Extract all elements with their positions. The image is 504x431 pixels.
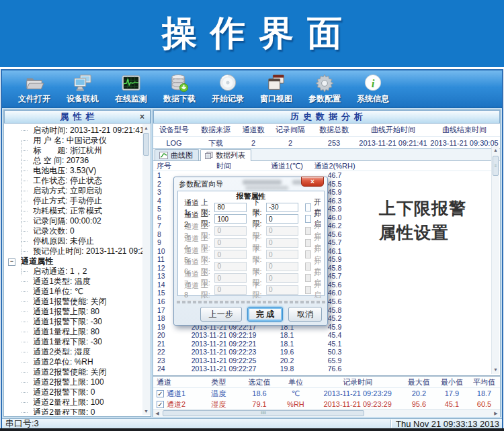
property-tree-item-label: 通道1量程上限: 80 [33,327,99,336]
enable-checkbox[interactable] [305,215,311,223]
property-tree-item: 停机原因: 未停止 [4,236,142,246]
scrollbar-thumb[interactable]: ≡ [493,156,499,176]
annotation-line2: 属性设置 [379,220,466,244]
channel1-checkbox[interactable]: ✓ [157,390,164,397]
toolbar-file-open-button[interactable]: 文件打开 [11,73,57,106]
property-tree-item-label: 通道2量程下限: 0 [33,408,95,415]
device-online-icon [73,74,93,93]
property-tree-item-label: 通道1单位: ℃ [33,287,83,296]
channel2-checkbox[interactable]: ✓ [157,401,164,408]
cell-time: 2013-11-21 09:22:19 [183,331,265,340]
table-horizontal-scrollbar[interactable]: ◀ ⦀⦀⦀ ▶ [153,409,500,417]
enable-checkbox[interactable] [305,250,311,258]
property-panel: 属性栏 × 启动时间: 2013-11-21 09:21:41 用 户 名: 中… [3,109,151,417]
upper-limit-input[interactable] [214,273,247,283]
data-table-row[interactable]: 20 2013-11-21 09:22:19 18.1 45.4 [153,331,500,340]
toolbar: 文件打开 设备联机 [2,70,502,108]
toolbar-device-online-button[interactable]: 设备联机 [60,73,106,106]
lower-limit-input[interactable] [266,262,298,271]
dialog-close-button[interactable]: × [301,177,324,187]
lower-limit-input[interactable] [266,214,298,224]
toolbar-data-download-button[interactable]: 数据下载 [157,73,202,106]
property-tree-item: 通道2量程上限: 100 [4,397,142,408]
window-bottom-edge [0,428,504,431]
cell-channel2: 50.3 [309,348,360,356]
cell-channel2: 76.6 [309,365,360,373]
enable-checkbox[interactable] [305,262,311,271]
scroll-down-icon[interactable]: ▼ [142,408,150,415]
property-panel-close-icon[interactable]: × [137,112,147,122]
upper-limit-input[interactable] [214,214,247,224]
property-tree-item-label: 通道2量程上限: 100 [33,397,103,407]
lower-limit-input[interactable] [266,203,298,212]
property-tree-item: 启动通道: 1，2 [4,267,142,277]
data-table-header: 序号 时间 通道1(℃) 通道2(%RH) [153,161,500,171]
cancel-button[interactable]: 取消 [288,307,322,322]
cell-channel2: 45.1 [309,340,360,348]
property-tree-item: 通道2报警上限: 100 [4,377,142,387]
property-tree-item: 功耗模式: 正常模式 [4,206,142,216]
scrollbar-thumb[interactable] [143,133,149,156]
lower-limit-input[interactable] [266,226,298,236]
data-table-row[interactable]: 21 2013-11-21 09:22:21 18.1 45.1 [153,340,500,348]
upper-limit-input[interactable] [214,203,247,212]
summary-row-channel2[interactable]: ✓通道2 湿度 79.1 %RH 2013-11-21 09:23:29 95.… [153,399,500,410]
lower-limit-input[interactable] [266,273,298,283]
toolbar-settings-button[interactable]: 参数配置 [302,73,347,106]
info-header: 设备型号 [153,124,195,136]
enable-checkbox[interactable] [305,274,311,282]
upper-limit-input[interactable] [214,262,247,271]
upper-limit-label: 上限: [201,280,215,300]
property-tree-item: 启动方式: 立即启动 [4,186,142,196]
info-value: 2013-11-21 09:21:41 [358,136,429,148]
scroll-left-icon[interactable]: ◀ [153,410,161,417]
data-table-row[interactable]: 22 2013-11-21 09:22:23 19.6 50.3 [153,348,500,356]
summary-col-avg: 平均值 [468,377,500,387]
enable-checkbox[interactable] [305,203,311,211]
toolbar-start-record-button[interactable]: 开始记录 [205,73,251,106]
status-divider [390,420,392,428]
upper-limit-input[interactable] [214,285,247,295]
property-tree-item-label: 工作状态: 停止状态 [33,176,102,185]
col-header-time: 时间 [183,161,265,171]
upper-limit-input[interactable] [214,226,247,236]
scroll-down-icon[interactable]: ▼ [492,366,499,374]
property-tree: 启动时间: 2013-11-21 09:21:41 用 户 名: 中国记录仪 标… [4,124,142,415]
toolbar-system-info-button[interactable]: i 系统信息 [350,73,396,106]
enable-checkbox[interactable] [305,239,311,247]
toolbar-window-view-button[interactable]: 窗口视图 [253,73,299,106]
summary-col-max: 最大值 [403,377,435,387]
svg-text:i: i [372,77,375,90]
scrollbar-thumb[interactable]: ⦀⦀⦀ [163,410,364,416]
channel-label: 通道8 [184,281,201,299]
upper-limit-input[interactable] [214,250,247,259]
data-table-row[interactable]: 24 2013-11-21 09:22:27 19.8 76.6 [153,365,500,373]
property-panel-scrollbar[interactable]: ▲ ▼ [142,124,150,415]
online-monitor-icon [121,74,141,93]
property-tree-item-label: 标 题: 浙江杭州 [33,146,102,155]
property-tree-item: 预记停止时间: 2013-11-21 09:21:41 [4,246,142,256]
finish-button[interactable]: 完 成 [247,307,283,322]
tab-curve-chart[interactable]: 曲线图 [155,149,199,160]
scroll-right-icon[interactable]: ▶ [492,410,500,417]
settings-gear-icon [314,74,335,93]
parameter-wizard-dialog: 参数配置向导 × 报警属性 通道1 上限: 下限: 开启 [173,177,328,326]
enable-checkbox[interactable] [305,286,311,294]
cell-channel1: 19.6 [265,348,309,356]
data-table-row[interactable]: 23 2013-11-21 09:22:25 20.2 65.9 [153,356,500,365]
scroll-up-icon[interactable]: ▲ [142,124,150,132]
lower-limit-input[interactable] [266,250,298,259]
previous-step-button[interactable]: 上一步 [200,307,242,322]
table-vertical-scrollbar[interactable]: ▲ ≡ ▼ [491,146,499,374]
upper-limit-input[interactable] [214,238,247,248]
enable-checkbox[interactable] [305,227,311,235]
lower-limit-input[interactable] [266,238,298,248]
tab-data-list[interactable]: 数据列表 [200,149,251,161]
dialog-titlebar[interactable]: 参数配置向导 × [174,177,327,191]
scroll-up-icon[interactable]: ▲ [492,146,499,154]
lower-limit-input[interactable] [266,285,298,295]
toolbar-online-monitor-button[interactable]: 在线监测 [108,73,154,106]
property-tree-item-label: 启动通道: 1，2 [33,267,87,276]
info-header: 记录间隔 [270,124,310,136]
summary-row-channel1[interactable]: ✓通道1 温度 18.6 ℃ 2013-11-21 09:23:29 20.2 … [153,388,500,399]
